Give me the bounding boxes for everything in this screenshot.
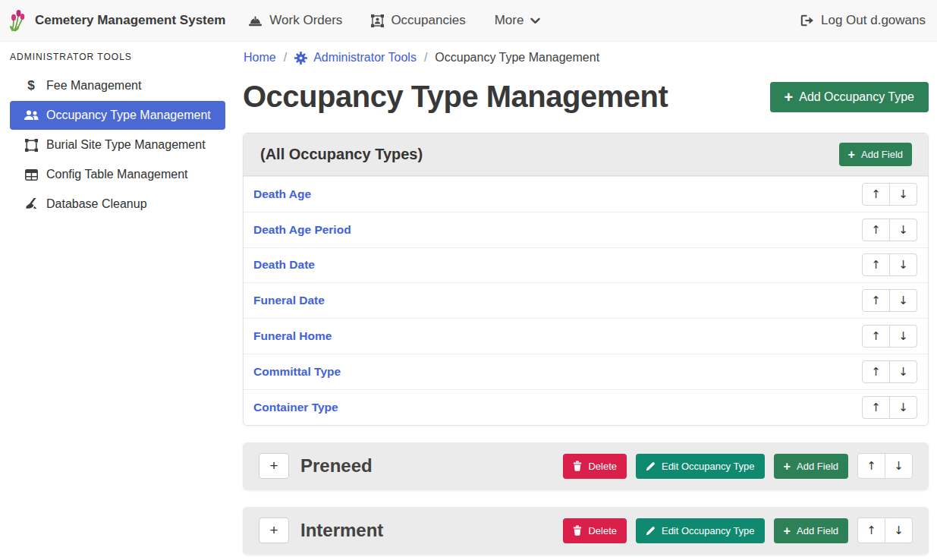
vector-square-icon	[22, 139, 40, 152]
move-up-button[interactable]: ↑	[862, 219, 890, 241]
sidebar: ADMINISTRATOR TOOLS $ Fee Management Occ…	[0, 42, 235, 560]
delete-button[interactable]: Delete	[563, 454, 627, 479]
sidebar-item-burial-site-type-management[interactable]: Burial Site Type Management	[10, 131, 225, 159]
sidebar-item-label: Occupancy Type Management	[46, 109, 211, 122]
users-icon	[22, 110, 40, 121]
add-field-button[interactable]: + Add Field	[774, 454, 848, 479]
sidebar-item-occupancy-type-management[interactable]: Occupancy Type Management	[10, 101, 225, 130]
nav-item-occupancies[interactable]: Occupancies	[371, 13, 465, 28]
table-icon	[22, 169, 40, 181]
move-down-button[interactable]: ↓	[889, 360, 917, 383]
reorder-buttons: ↑ ↓	[862, 289, 917, 312]
sidebar-item-label: Database Cleanup	[46, 197, 147, 211]
field-link[interactable]: Death Age Period	[253, 223, 351, 237]
reorder-buttons: ↑ ↓	[862, 360, 917, 383]
reorder-buttons: ↑ ↓	[857, 518, 913, 543]
sidebar-heading: ADMINISTRATOR TOOLS	[10, 52, 235, 62]
main-panel: Home /	[235, 42, 937, 560]
sidebar-item-config-table-management[interactable]: Config Table Management	[10, 160, 225, 189]
move-up-button[interactable]: ↑	[862, 396, 890, 419]
reorder-buttons: ↑ ↓	[862, 253, 917, 276]
expand-button[interactable]: +	[259, 453, 289, 479]
field-link[interactable]: Committal Type	[253, 365, 341, 379]
field-row-committal-type: Committal Type ↑ ↓	[244, 354, 928, 389]
logout-icon	[800, 14, 814, 27]
nav-item-label: Work Orders	[269, 13, 342, 28]
brand-home-link[interactable]: Cemetery Management System	[8, 9, 225, 32]
logout-button[interactable]: Log Out d.gowans	[800, 13, 926, 28]
page-title: Occupancy Type Management	[243, 80, 668, 114]
field-link[interactable]: Funeral Date	[253, 294, 325, 307]
dollar-icon: $	[22, 78, 40, 93]
move-up-button[interactable]: ↑	[862, 360, 890, 383]
reorder-buttons: ↑ ↓	[862, 325, 917, 348]
field-link[interactable]: Container Type	[253, 401, 338, 414]
sidebar-item-label: Config Table Management	[46, 168, 188, 181]
add-field-button[interactable]: + Add Field	[839, 143, 912, 166]
move-down-button[interactable]: ↓	[889, 289, 917, 312]
breadcrumb-home-link[interactable]: Home	[244, 51, 276, 64]
breadcrumb-admin-tools-label: Administrator Tools	[313, 51, 417, 64]
edit-occupancy-type-button[interactable]: Edit Occupancy Type	[636, 454, 765, 479]
move-down-button[interactable]: ↓	[889, 396, 917, 419]
all-occupancy-types-card: (All Occupancy Types) + Add Field Death …	[243, 133, 929, 426]
add-occupancy-type-button[interactable]: + Add Occupancy Type	[770, 82, 929, 112]
app-window: Cemetery Management System Work Orders	[0, 0, 937, 560]
chevron-down-icon	[530, 17, 540, 24]
move-up-button[interactable]: ↑	[862, 183, 890, 206]
title-row: Occupancy Type Management + Add Occupanc…	[243, 80, 929, 114]
nav-item-work-orders[interactable]: Work Orders	[248, 13, 342, 28]
field-row-funeral-date: Funeral Date ↑ ↓	[244, 282, 928, 318]
sidebar-item-fee-management[interactable]: $ Fee Management	[10, 71, 225, 100]
occupancy-frame-icon	[371, 14, 384, 27]
nav-item-label: Occupancies	[391, 13, 465, 28]
section-actions: Delete Edit Occupancy Type + Add Field	[563, 453, 913, 479]
trash-icon	[573, 461, 582, 471]
nav-item-label: More	[495, 13, 524, 28]
all-occupancy-types-header: (All Occupancy Types) + Add Field	[244, 134, 928, 176]
move-down-button[interactable]: ↓	[889, 183, 917, 206]
field-row-death-date: Death Date ↑ ↓	[244, 247, 928, 283]
move-down-button[interactable]: ↓	[889, 253, 917, 276]
nav-item-more[interactable]: More	[495, 13, 541, 28]
sidebar-item-database-cleanup[interactable]: Database Cleanup	[10, 190, 225, 219]
add-occupancy-type-label: Add Occupancy Type	[799, 90, 914, 104]
add-field-button[interactable]: + Add Field	[774, 518, 848, 543]
edit-occupancy-type-label: Edit Occupancy Type	[662, 461, 755, 472]
expand-button[interactable]: +	[259, 518, 289, 543]
breadcrumb: Home /	[244, 51, 929, 64]
edit-occupancy-type-button[interactable]: Edit Occupancy Type	[636, 518, 765, 543]
sidebar-item-label: Burial Site Type Management	[46, 138, 206, 152]
section-header-preneed: + Preneed Delete	[243, 442, 929, 490]
broom-icon	[22, 198, 40, 210]
field-link[interactable]: Death Date	[253, 258, 315, 272]
move-up-button[interactable]: ↑	[862, 289, 890, 312]
delete-button[interactable]: Delete	[563, 518, 627, 543]
field-link[interactable]: Death Age	[253, 187, 311, 201]
field-link[interactable]: Funeral Home	[253, 329, 332, 343]
delete-label: Delete	[588, 525, 617, 536]
plus-icon: +	[784, 460, 791, 472]
gear-icon	[294, 52, 307, 64]
field-row-funeral-home: Funeral Home ↑ ↓	[244, 318, 928, 354]
breadcrumb-current: Occupancy Type Management	[435, 51, 599, 64]
tulip-logo-icon	[8, 9, 27, 32]
pencil-icon	[646, 461, 656, 471]
move-down-button[interactable]: ↓	[889, 219, 917, 241]
move-down-button[interactable]: ↓	[885, 518, 913, 543]
brand-title: Cemetery Management System	[35, 13, 225, 28]
move-up-button[interactable]: ↑	[862, 325, 890, 348]
pencil-icon	[646, 526, 656, 536]
move-up-button[interactable]: ↑	[857, 518, 885, 543]
field-row-death-age-period: Death Age Period ↑ ↓	[244, 212, 928, 247]
breadcrumb-admin-tools-link[interactable]: Administrator Tools	[294, 51, 417, 64]
plus-icon: +	[785, 90, 794, 105]
logout-label: Log Out d.gowans	[821, 13, 926, 28]
move-down-button[interactable]: ↓	[885, 453, 913, 479]
move-up-button[interactable]: ↑	[862, 253, 890, 276]
breadcrumb-separator: /	[424, 51, 427, 64]
plus-icon: +	[784, 524, 791, 536]
navbar-links: Work Orders Occupancies M	[248, 13, 540, 28]
move-up-button[interactable]: ↑	[857, 453, 885, 479]
move-down-button[interactable]: ↓	[889, 325, 917, 348]
